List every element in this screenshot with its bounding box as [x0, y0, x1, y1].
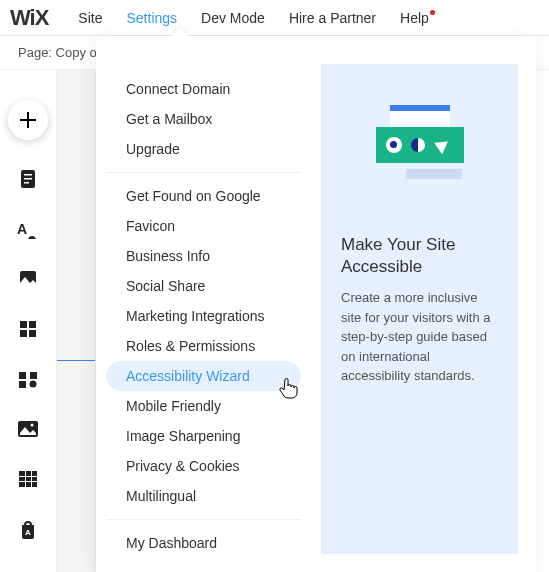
side-rail: A A — [0, 70, 56, 540]
menu-help-label: Help — [400, 10, 429, 26]
illustration-contrast-icon — [411, 138, 425, 152]
top-menu: Site Settings Dev Mode Hire a Partner He… — [78, 10, 434, 26]
rail-theme[interactable]: A — [17, 218, 39, 240]
item-business-info[interactable]: Business Info — [106, 241, 301, 271]
svg-rect-1 — [24, 174, 32, 176]
settings-menu-list: Connect Domain Get a Mailbox Upgrade Get… — [96, 36, 311, 572]
item-social-share[interactable]: Social Share — [106, 271, 301, 301]
canvas-guide-line — [57, 360, 95, 361]
rail-pages[interactable] — [17, 168, 39, 190]
menu-settings[interactable]: Settings — [126, 10, 177, 26]
menu-help[interactable]: Help — [400, 10, 435, 26]
canvas-area — [56, 70, 96, 572]
settings-dropdown: Connect Domain Get a Mailbox Upgrade Get… — [96, 36, 536, 572]
rail-media[interactable] — [17, 418, 39, 440]
svg-rect-16 — [19, 471, 37, 487]
svg-rect-2 — [24, 178, 32, 180]
menu-dev-mode[interactable]: Dev Mode — [201, 10, 265, 26]
info-panel: Make Your Site Accessible Create a more … — [321, 64, 518, 554]
item-accessibility-wizard[interactable]: Accessibility Wizard — [106, 361, 301, 391]
notification-dot-icon — [430, 10, 435, 15]
illustration-pointer-icon — [435, 136, 453, 154]
theme-icon: A — [17, 219, 39, 239]
menu-group-3: My Dashboard — [106, 520, 301, 566]
item-connect-domain[interactable]: Connect Domain — [106, 74, 301, 104]
item-favicon[interactable]: Favicon — [106, 211, 301, 241]
item-get-mailbox[interactable]: Get a Mailbox — [106, 104, 301, 134]
store-icon: A — [19, 519, 37, 539]
svg-rect-12 — [19, 381, 26, 388]
menu-group-1: Connect Domain Get a Mailbox Upgrade — [106, 66, 301, 173]
table-icon — [19, 471, 37, 487]
item-marketing-integrations[interactable]: Marketing Integrations — [106, 301, 301, 331]
svg-rect-19 — [25, 471, 26, 487]
rail-my-business[interactable] — [17, 368, 39, 390]
illustration-eye-icon — [386, 137, 402, 153]
svg-rect-3 — [24, 182, 29, 184]
menu-group-2: Get Found on Google Favicon Business Inf… — [106, 173, 301, 520]
item-get-found-google[interactable]: Get Found on Google — [106, 181, 301, 211]
svg-rect-10 — [19, 372, 26, 379]
svg-text:A: A — [25, 528, 31, 537]
media-icon — [18, 421, 38, 437]
menu-site[interactable]: Site — [78, 10, 102, 26]
info-illustration — [341, 90, 498, 200]
rail-background[interactable] — [17, 268, 39, 290]
puzzle-icon — [18, 369, 38, 389]
svg-rect-20 — [31, 471, 32, 487]
item-my-dashboard[interactable]: My Dashboard — [106, 528, 301, 558]
page-label[interactable]: Page: Copy o — [18, 45, 97, 60]
info-title: Make Your Site Accessible — [341, 234, 498, 278]
svg-point-13 — [30, 381, 37, 388]
rail-store[interactable]: A — [17, 518, 39, 540]
info-description: Create a more inclusive site for your vi… — [341, 288, 498, 386]
add-button[interactable] — [8, 100, 48, 140]
svg-rect-8 — [20, 330, 27, 337]
svg-rect-11 — [30, 372, 37, 379]
plus-icon — [19, 111, 37, 129]
svg-rect-7 — [29, 321, 36, 328]
wix-logo: WiX — [10, 5, 48, 31]
item-image-sharpening[interactable]: Image Sharpening — [106, 421, 301, 451]
svg-rect-6 — [20, 321, 27, 328]
menu-hire-partner[interactable]: Hire a Partner — [289, 10, 376, 26]
item-privacy-cookies[interactable]: Privacy & Cookies — [106, 451, 301, 481]
svg-point-15 — [31, 424, 34, 427]
image-icon — [19, 270, 37, 288]
illustration-banner-icon — [376, 127, 464, 163]
item-upgrade[interactable]: Upgrade — [106, 134, 301, 164]
apps-icon — [19, 320, 37, 338]
item-multilingual[interactable]: Multilingual — [106, 481, 301, 511]
svg-rect-17 — [19, 476, 37, 477]
item-roles-permissions[interactable]: Roles & Permissions — [106, 331, 301, 361]
svg-rect-18 — [19, 481, 37, 482]
page-icon — [19, 169, 37, 189]
rail-apps[interactable] — [17, 318, 39, 340]
top-bar: WiX Site Settings Dev Mode Hire a Partne… — [0, 0, 549, 36]
item-mobile-friendly[interactable]: Mobile Friendly — [106, 391, 301, 421]
svg-text:A: A — [17, 221, 27, 237]
svg-rect-9 — [29, 330, 36, 337]
rail-data[interactable] — [17, 468, 39, 490]
